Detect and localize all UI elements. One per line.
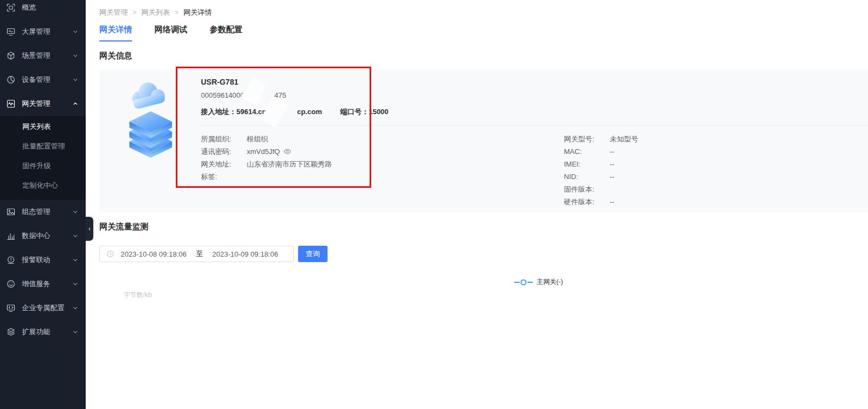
query-button[interactable]: 查询 bbox=[298, 246, 328, 262]
serial-prefix: 000596140000000 bbox=[201, 91, 260, 99]
eye-icon[interactable] bbox=[283, 147, 292, 156]
sidebar-item-alarm[interactable]: 报警联动 bbox=[0, 248, 86, 272]
sidebar-item-configuration[interactable]: 组态管理 bbox=[0, 200, 86, 224]
date-end-value: 2023-10-09 09:18:06 bbox=[212, 250, 278, 258]
sidebar-item-enterprise-config[interactable]: 企业专属配置 bbox=[0, 296, 86, 320]
serial-suffix: 475 bbox=[274, 91, 286, 99]
sidebar-item-customization-center[interactable]: 定制化中心 bbox=[0, 176, 86, 195]
field-label: 通讯密码: bbox=[201, 147, 247, 157]
port-value: 15000 bbox=[368, 108, 388, 116]
traffic-chart: 主网关(-) 字节数/kb bbox=[99, 264, 868, 409]
breadcrumb: 网关管理 > 网关列表 > 网关详情 bbox=[99, 8, 868, 17]
sidebar-item-overview[interactable]: 概览 bbox=[0, 0, 86, 20]
sidebar-item-value-service[interactable]: 增值服务 bbox=[0, 272, 86, 296]
chevron-down-icon bbox=[73, 209, 78, 215]
section-title-gateway-info: 网关信息 bbox=[99, 51, 868, 61]
chevron-down-icon bbox=[73, 329, 78, 335]
fields-left-column: 所属组织: 根组织 通讯密码: xmVd5JfQ 网关地址: bbox=[201, 133, 564, 208]
chevron-down-icon bbox=[73, 29, 78, 34]
traffic-toolbar: 2023-10-08 09:18:06 至 2023-10-09 09:18:0… bbox=[99, 246, 868, 262]
field-row-organization: 所属组织: 根组织 bbox=[201, 133, 564, 145]
sidebar-item-label: 增值服务 bbox=[22, 279, 73, 289]
chevron-down-icon bbox=[73, 77, 78, 82]
main-content: 网关管理 > 网关列表 > 网关详情 网关详情 网络调试 参数配置 网关信息 bbox=[86, 0, 868, 409]
fields-right-column: 网关型号: 未知型号 MAC: -- IMEI: -- NID: -- bbox=[564, 133, 868, 208]
chart-y-axis-label: 字节数/kb bbox=[123, 291, 152, 300]
field-label: MAC: bbox=[564, 147, 610, 156]
sidebar-item-label: 报警联动 bbox=[22, 255, 73, 265]
enterprise-config-icon bbox=[7, 304, 15, 312]
field-row-firmware: 固件版本: bbox=[564, 183, 868, 195]
sidebar-item-label: 网关管理 bbox=[22, 99, 73, 109]
sidebar-item-device[interactable]: 设备管理 bbox=[0, 68, 86, 92]
field-row-gateway-address: 网关地址: 山东省济南市历下区颖秀路 bbox=[201, 158, 564, 170]
field-label: 网关地址: bbox=[201, 159, 247, 169]
chevron-down-icon bbox=[73, 257, 78, 263]
sidebar-item-label: 组态管理 bbox=[22, 207, 73, 217]
access-address-row: 接入地址：59614.cnsh.iocp.com 端口号：15000 bbox=[201, 107, 868, 117]
breadcrumb-separator: > bbox=[175, 9, 179, 16]
gateway-name: USR-G781 bbox=[201, 78, 868, 86]
breadcrumb-gateway-list[interactable]: 网关列表 bbox=[141, 8, 170, 17]
field-value: -- bbox=[610, 173, 615, 181]
sidebar-collapse-handle[interactable]: ‹ bbox=[86, 217, 93, 241]
date-range-separator: 至 bbox=[196, 249, 203, 259]
legend-item-main-gateway[interactable]: 主网关(-) bbox=[514, 277, 563, 287]
alarm-icon bbox=[7, 256, 15, 264]
collapse-left-icon: ‹ bbox=[88, 225, 91, 233]
gateway-icon bbox=[7, 99, 15, 108]
field-label: 硬件版本: bbox=[564, 197, 610, 207]
sidebar-item-big-screen[interactable]: 大屏管理 bbox=[0, 20, 86, 44]
field-label: IMEI: bbox=[564, 160, 610, 168]
sidebar-item-label: 扩展功能 bbox=[22, 327, 73, 337]
field-row-hardware: 硬件版本: -- bbox=[564, 195, 868, 208]
sidebar-item-scene[interactable]: 场景管理 bbox=[0, 44, 86, 68]
field-label: 网关型号: bbox=[564, 134, 610, 144]
tab-gateway-detail[interactable]: 网关详情 bbox=[99, 25, 132, 42]
legend-label: 主网关(-) bbox=[537, 277, 563, 287]
sidebar-menu: 概览 大屏管理 场景管理 设备管理 网 bbox=[0, 0, 86, 344]
sidebar-item-label: 场景管理 bbox=[22, 51, 73, 61]
card-divider bbox=[201, 125, 868, 126]
configuration-icon bbox=[7, 208, 15, 216]
tab-parameter-config[interactable]: 参数配置 bbox=[210, 25, 242, 42]
sidebar-item-batch-config[interactable]: 批量配置管理 bbox=[0, 137, 86, 156]
field-row-mac: MAC: -- bbox=[564, 145, 868, 158]
value-service-icon bbox=[7, 280, 15, 288]
field-value: xmVd5JfQ bbox=[247, 147, 292, 156]
field-label: 所属组织: bbox=[201, 134, 247, 144]
sidebar-item-data-center[interactable]: 数据中心 bbox=[0, 224, 86, 248]
field-row-model: 网关型号: 未知型号 bbox=[564, 133, 868, 145]
clock-icon bbox=[106, 250, 114, 258]
chevron-down-icon bbox=[73, 281, 78, 287]
field-row-nid: NID: -- bbox=[564, 170, 868, 183]
field-value: 山东省济南市历下区颖秀路 bbox=[247, 159, 332, 169]
gateway-info-block: USR-G781 000596140000000475 接入地址：59614.c… bbox=[201, 69, 868, 212]
chevron-up-icon bbox=[73, 101, 78, 106]
tab-network-debug[interactable]: 网络调试 bbox=[154, 25, 187, 42]
date-start-value: 2023-10-08 09:18:06 bbox=[121, 250, 187, 258]
port-label: 端口号： bbox=[340, 108, 368, 116]
sidebar: 概览 大屏管理 场景管理 设备管理 网 bbox=[0, 0, 86, 409]
sidebar-item-extension[interactable]: 扩展功能 bbox=[0, 320, 86, 344]
sidebar-item-gateway[interactable]: 网关管理 bbox=[0, 92, 86, 116]
sidebar-item-firmware-upgrade[interactable]: 固件升级 bbox=[0, 156, 86, 176]
field-value: -- bbox=[610, 198, 615, 206]
field-row-imei: IMEI: -- bbox=[564, 158, 868, 170]
sidebar-item-label: 概览 bbox=[22, 3, 78, 13]
overview-icon bbox=[7, 3, 15, 12]
field-label: NID: bbox=[564, 173, 610, 181]
detail-tabs: 网关详情 网络调试 参数配置 bbox=[99, 25, 868, 42]
field-value: -- bbox=[610, 147, 615, 156]
sidebar-item-gateway-list[interactable]: 网关列表 bbox=[0, 117, 86, 137]
chevron-down-icon bbox=[73, 233, 78, 239]
chevron-down-icon bbox=[73, 305, 78, 311]
sidebar-item-label: 大屏管理 bbox=[22, 27, 73, 37]
chevron-down-icon bbox=[73, 53, 78, 58]
field-row-comm-password: 通讯密码: xmVd5JfQ bbox=[201, 145, 564, 158]
breadcrumb-gateway-management[interactable]: 网关管理 bbox=[99, 8, 128, 17]
field-row-tags: 标签: bbox=[201, 170, 564, 183]
date-range-input[interactable]: 2023-10-08 09:18:06 至 2023-10-09 09:18:0… bbox=[99, 246, 294, 262]
legend-marker-icon bbox=[514, 279, 533, 286]
sidebar-item-label: 数据中心 bbox=[22, 231, 73, 241]
